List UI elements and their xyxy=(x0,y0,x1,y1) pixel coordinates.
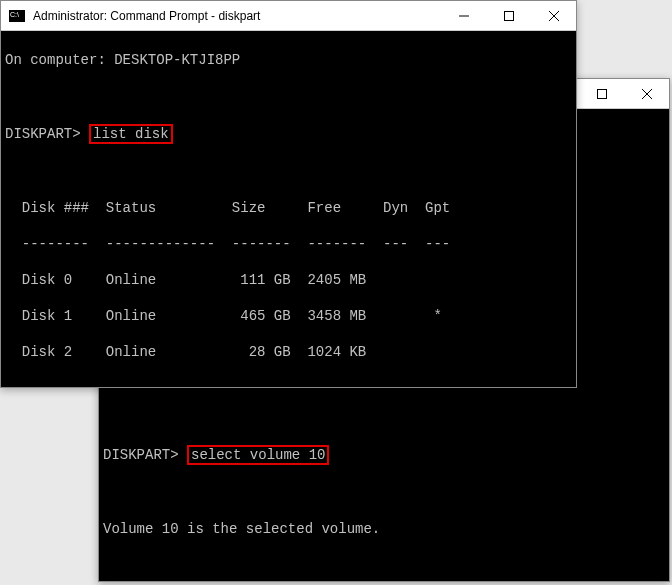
output-line: On computer: DESKTOP-KTJI8PP xyxy=(5,51,572,69)
cmd-window-front: Administrator: Command Prompt - diskpart… xyxy=(0,0,577,388)
window-controls-front xyxy=(441,1,576,30)
disk-row: Disk 2 Online 28 GB 1024 KB xyxy=(5,343,572,361)
close-button[interactable] xyxy=(531,1,576,30)
maximize-button[interactable] xyxy=(579,79,624,108)
diskpart-prompt: DISKPART> xyxy=(5,126,89,142)
titlebar-front[interactable]: Administrator: Command Prompt - diskpart xyxy=(1,1,576,31)
output-line: Volume 10 is the selected volume. xyxy=(103,520,665,538)
minimize-button[interactable] xyxy=(441,1,486,30)
cmd-list-disk: list disk xyxy=(89,124,173,144)
terminal-front[interactable]: On computer: DESKTOP-KTJI8PP DISKPART> l… xyxy=(1,31,576,387)
disk-row: Disk 1 Online 465 GB 3458 MB * xyxy=(5,307,572,325)
svg-rect-5 xyxy=(504,11,513,20)
disk-table-divider: -------- ------------- ------- ------- -… xyxy=(5,235,572,253)
diskpart-prompt: DISKPART> xyxy=(103,447,187,463)
window-title-front: Administrator: Command Prompt - diskpart xyxy=(31,9,441,23)
maximize-button[interactable] xyxy=(486,1,531,30)
cmd-icon xyxy=(9,10,25,22)
disk-row: Disk 0 Online 111 GB 2405 MB xyxy=(5,271,572,289)
cmd-select-volume: select volume 10 xyxy=(187,445,329,465)
close-button[interactable] xyxy=(624,79,669,108)
disk-table-header: Disk ### Status Size Free Dyn Gpt xyxy=(5,199,572,217)
svg-rect-1 xyxy=(597,89,606,98)
